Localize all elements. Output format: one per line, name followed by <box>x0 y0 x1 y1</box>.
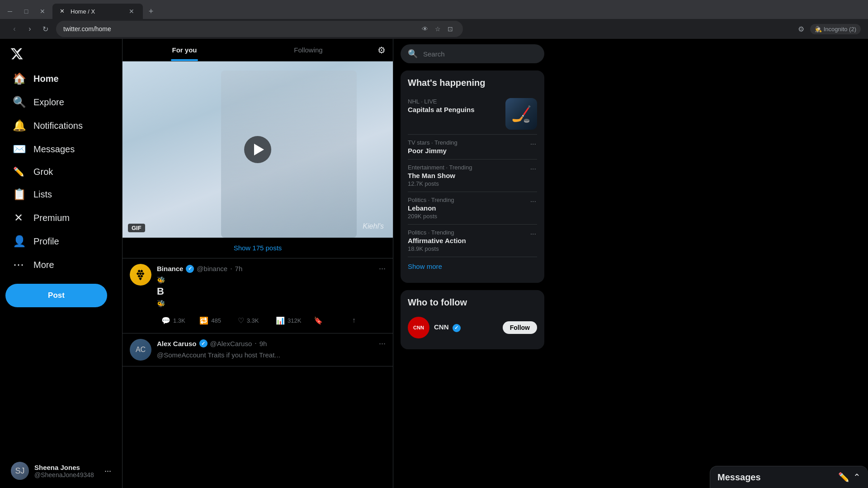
binance-reply-button[interactable]: 💬 1.3K <box>157 314 195 328</box>
video-thumbnail: GIF Kiehl's <box>123 61 393 238</box>
tv-stars-more-button[interactable]: ··· <box>529 139 537 149</box>
binance-bookmark-button[interactable]: 🔖 <box>309 314 347 328</box>
url-icons: 👁 ☆ ⊡ <box>420 23 456 34</box>
nhl-thumbnail: 🏒 <box>505 98 537 130</box>
svg-rect-1 <box>140 270 143 273</box>
show-posts-bar[interactable]: Show 175 posts <box>123 238 393 258</box>
maximize-button[interactable]: □ <box>20 5 33 18</box>
alex-handle: @AlexCaruso <box>210 340 252 347</box>
sidebar-item-profile[interactable]: 👤 Profile <box>5 230 117 253</box>
lebanon-body: Politics · Trending Lebanon 209K posts <box>408 197 526 220</box>
x-logo[interactable] <box>5 42 28 65</box>
watermark: Kiehl's <box>363 222 384 230</box>
tab-close-button[interactable]: ✕ <box>127 7 136 15</box>
nav-arrows: ‹ › ↻ <box>7 22 52 36</box>
sidebar-item-home[interactable]: 🏠 Home <box>5 67 117 90</box>
binance-more-button[interactable]: ··· <box>379 264 386 273</box>
binance-retweets: 485 <box>211 317 221 324</box>
minimize-button[interactable]: ─ <box>4 5 16 18</box>
entertainment-body: Entertainment · Trending The Man Show 12… <box>408 164 526 187</box>
address-bar: ‹ › ↻ twitter.com/home 👁 ☆ ⊡ ⚙ 🕵 Incogni… <box>0 19 868 39</box>
feed-settings-icon[interactable]: ⚙ <box>370 41 393 59</box>
browser-chrome: ─ □ ✕ ✕ Home / X ✕ + ‹ › ↻ twitter.com/h… <box>0 0 868 39</box>
trending-nhl-item[interactable]: NHL · LIVE Capitals at Penguins 🏒 <box>408 94 537 135</box>
whats-happening-title: What's happening <box>408 78 537 88</box>
feed-content: GIF Kiehl's Show 175 posts <box>123 61 393 488</box>
forward-button[interactable]: › <box>23 22 37 36</box>
binance-avatar <box>130 264 151 286</box>
binance-like-button[interactable]: ♡ 3.3K <box>233 314 271 328</box>
sidebar-item-messages[interactable]: ✉️ Messages <box>5 137 117 161</box>
binance-retweet-button[interactable]: 🔁 485 <box>195 314 233 328</box>
sidebar-label-premium: Premium <box>33 213 70 223</box>
sidebar-item-lists[interactable]: 📋 Lists <box>5 183 117 206</box>
heart-icon: ♡ <box>238 316 244 325</box>
search-icon: 🔍 <box>408 49 418 59</box>
affirmative-more-button[interactable]: ··· <box>529 229 537 239</box>
binance-tweet-actions: 💬 1.3K 🔁 485 ♡ 3.3K 📊 <box>157 314 386 328</box>
profile-icon: 👤 <box>13 235 24 248</box>
explore-icon: 🔍 <box>13 96 24 108</box>
search-bar[interactable]: 🔍 Search <box>401 44 544 63</box>
tweet-binance[interactable]: Binance ✓ @binance · 7h ··· 🐝 B 🐝 <box>123 258 393 333</box>
sidebar-item-notifications[interactable]: 🔔 Notifications <box>5 114 117 137</box>
user-profile-bar[interactable]: SJ Sheena Jones @SheenaJone49348 ··· <box>5 457 117 484</box>
follow-item-cnn[interactable]: CNN CNN ✓ Follow <box>408 313 537 342</box>
tab-title: Home / X <box>71 8 124 15</box>
alex-tweet-body: Alex Caruso ✓ @AlexCaruso · 9h ··· @Some… <box>157 339 386 361</box>
new-tab-button[interactable]: + <box>145 5 157 18</box>
right-panel: 🔍 Search What's happening NHL · LIVE Cap… <box>393 39 552 488</box>
sidebar-item-premium[interactable]: ✕ Premium <box>5 206 117 230</box>
who-to-follow-title: Who to follow <box>408 297 537 308</box>
trending-affirmative-item[interactable]: Politics · Trending Affirmative Action 1… <box>408 225 537 257</box>
pip-icon[interactable]: ⊡ <box>445 23 456 34</box>
user-more-dots[interactable]: ··· <box>104 466 111 476</box>
affirmative-count: 18.9K posts <box>408 245 526 252</box>
tab-favicon: ✕ <box>60 8 67 15</box>
messages-bar[interactable]: Messages ✏️ ⌃ <box>710 466 868 488</box>
alex-name: Alex Caruso <box>157 340 197 347</box>
follow-cnn-button[interactable]: Follow <box>503 321 537 334</box>
window-nav-icons: ─ □ ✕ <box>4 5 49 18</box>
extensions-button[interactable]: ⚙ <box>794 22 808 36</box>
back-button[interactable]: ‹ <box>7 22 22 36</box>
trending-entertainment-item[interactable]: Entertainment · Trending The Man Show 12… <box>408 160 537 192</box>
compose-message-icon[interactable]: ✏️ <box>838 472 849 483</box>
cnn-name: CNN ✓ <box>434 323 461 332</box>
svg-rect-4 <box>139 272 142 275</box>
tweet-alex-caruso[interactable]: AC Alex Caruso ✓ @AlexCaruso · 9h ··· @S… <box>123 333 393 366</box>
tv-stars-body: TV stars · Trending Poor Jimmy <box>408 139 526 155</box>
reload-button[interactable]: ↻ <box>38 22 52 36</box>
star-icon[interactable]: ☆ <box>432 23 443 34</box>
binance-text-line2: B <box>157 285 386 299</box>
messages-bar-label: Messages <box>717 472 761 483</box>
show-more-link[interactable]: Show more <box>408 257 537 276</box>
affirmative-topic: Affirmative Action <box>408 237 526 244</box>
sidebar: 🏠 Home 🔍 Explore 🔔 Notifications ✉️ Mess… <box>0 39 122 488</box>
binance-text-line3: 🐝 <box>157 299 386 308</box>
search-placeholder: Search <box>423 50 445 58</box>
trending-tv-stars-item[interactable]: TV stars · Trending Poor Jimmy ··· <box>408 135 537 160</box>
alex-more-button[interactable]: ··· <box>379 339 386 348</box>
alex-avatar: AC <box>130 339 151 361</box>
video-post[interactable]: GIF Kiehl's <box>123 61 393 238</box>
sidebar-label-profile: Profile <box>33 236 59 247</box>
post-button[interactable]: Post <box>5 284 107 307</box>
url-text: twitter.com/home <box>63 25 111 33</box>
tab-following[interactable]: Following <box>246 39 370 61</box>
sidebar-item-grok[interactable]: ✏️ Grok <box>5 161 117 183</box>
sidebar-item-more[interactable]: ⋯ More <box>5 253 117 277</box>
entertainment-more-button[interactable]: ··· <box>529 164 537 174</box>
collapse-messages-icon[interactable]: ⌃ <box>853 472 861 483</box>
active-tab[interactable]: ✕ Home / X ✕ <box>52 4 143 19</box>
binance-share-button[interactable]: ↑ <box>348 314 386 327</box>
close-button[interactable]: ✕ <box>36 5 49 18</box>
more-icon: ⋯ <box>13 258 24 271</box>
tab-for-you[interactable]: For you <box>123 39 246 61</box>
lebanon-more-button[interactable]: ··· <box>529 197 537 206</box>
trending-lebanon-item[interactable]: Politics · Trending Lebanon 209K posts ·… <box>408 192 537 225</box>
sidebar-item-explore[interactable]: 🔍 Explore <box>5 90 117 114</box>
url-bar[interactable]: twitter.com/home 👁 ☆ ⊡ <box>56 21 463 37</box>
binance-views-button[interactable]: 📊 312K <box>271 314 309 328</box>
play-button[interactable] <box>244 136 271 163</box>
